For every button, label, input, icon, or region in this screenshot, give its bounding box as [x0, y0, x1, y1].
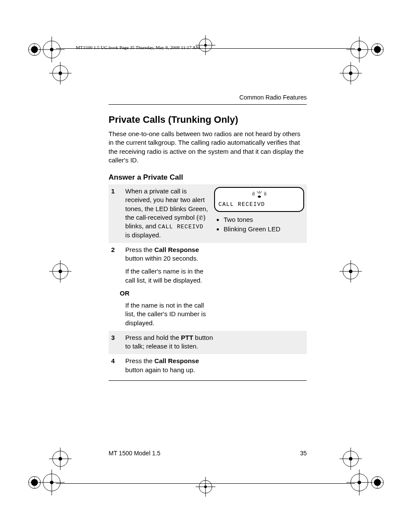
page-footer: MT 1500 Model 1.5 35 — [109, 450, 307, 457]
svg-point-36 — [343, 65, 358, 81]
steps-table: 1 When a private call is received, you h… — [109, 184, 307, 378]
svg-point-48 — [53, 451, 68, 467]
subsection-title: Answer a Private Call — [109, 173, 307, 182]
step-text: If the name is not in the call list, the… — [123, 299, 307, 331]
step-illustration: CALL RECEIVD Two tones Blinking Green LE… — [212, 184, 307, 243]
footer-page-number: 35 — [300, 450, 307, 457]
footer-model: MT 1500 Model 1.5 — [109, 450, 160, 457]
step-text: Press and hold the PTT button to talk; r… — [123, 331, 307, 355]
svg-point-19 — [31, 479, 38, 486]
step-number: 1 — [109, 184, 123, 243]
svg-point-39 — [349, 72, 352, 75]
or-label: OR — [109, 288, 307, 299]
registration-mark-icon — [338, 459, 385, 506]
text: button within 20 seconds. — [125, 255, 198, 262]
svg-point-40 — [53, 264, 68, 279]
svg-point-8 — [351, 41, 368, 58]
text: Press the — [125, 357, 155, 364]
registration-mark-icon — [26, 459, 73, 506]
svg-point-3 — [31, 46, 38, 53]
text: Press the — [125, 246, 155, 253]
registration-mark-icon — [338, 26, 385, 73]
bold-term: Call Response — [154, 246, 199, 253]
svg-point-23 — [50, 481, 53, 484]
svg-point-51 — [59, 457, 62, 460]
step-number: 2 — [109, 243, 123, 288]
svg-point-4 — [43, 41, 60, 58]
crosshair-icon — [195, 476, 216, 498]
svg-point-59 — [204, 44, 207, 47]
intro-paragraph: These one-to-one calls between two radio… — [109, 130, 307, 165]
text: When a private call is received, you hea… — [125, 187, 208, 221]
svg-point-7 — [50, 48, 53, 51]
svg-point-63 — [204, 485, 207, 488]
text: If the caller's name is in the call list… — [125, 268, 203, 283]
or-row: OR — [109, 288, 307, 299]
bold-term: Call Response — [154, 357, 199, 364]
svg-point-56 — [199, 39, 212, 52]
bold-term: PTT — [181, 334, 193, 341]
page: MT1500 1.5 UG.book Page 35 Thursday, May… — [0, 0, 411, 532]
crosshair-icon — [47, 258, 73, 284]
svg-line-65 — [257, 191, 258, 193]
svg-point-16 — [28, 476, 40, 488]
crosshair-icon — [47, 60, 73, 86]
registration-mark-icon — [26, 26, 73, 73]
svg-point-35 — [59, 72, 62, 75]
step-text: Press the Call Response button within 20… — [123, 243, 307, 288]
text: is displayed. — [125, 231, 161, 239]
step-text: When a private call is received, you hea… — [123, 184, 212, 243]
step-text: Press the Call Response button again to … — [123, 354, 307, 378]
svg-point-47 — [349, 270, 352, 273]
svg-point-43 — [59, 270, 62, 273]
svg-point-31 — [374, 479, 381, 486]
section-title: Private Calls (Trunking Only) — [109, 114, 307, 125]
list-item: Blinking Green LED — [224, 225, 304, 233]
svg-point-11 — [358, 48, 361, 51]
crosshair-icon — [47, 446, 73, 472]
call-received-icon: ✆ — [199, 215, 203, 221]
svg-point-20 — [43, 474, 60, 491]
text: Press and hold the — [125, 334, 181, 341]
running-header: Common Radio Features — [109, 94, 307, 101]
lcd-word: CALL RECEIVD — [158, 224, 204, 230]
indicator-list: Two tones Blinking Green LED — [216, 215, 304, 234]
step-number: 3 — [109, 331, 123, 355]
svg-point-55 — [349, 457, 352, 460]
step-row: 2 Press the Call Response button within … — [109, 243, 307, 288]
content-area: Common Radio Features Private Calls (Tru… — [109, 94, 307, 384]
ringing-phone-icon — [252, 190, 267, 199]
svg-point-24 — [351, 474, 368, 491]
divider — [109, 104, 307, 105]
svg-point-52 — [343, 451, 358, 467]
divider — [109, 380, 307, 381]
lcd-text: CALL RECEIVD — [218, 201, 265, 208]
step-row: 1 When a private call is received, you h… — [109, 184, 307, 243]
step-row: If the name is not in the call list, the… — [109, 299, 307, 331]
text: button again to hang up. — [125, 366, 195, 373]
svg-point-32 — [53, 65, 68, 81]
svg-point-28 — [371, 476, 383, 488]
crosshair-icon — [338, 446, 364, 472]
crosshair-icon — [338, 258, 364, 284]
book-meta-header: MT1500 1.5 UG.book Page 35 Thursday, May… — [76, 45, 200, 50]
svg-point-27 — [358, 481, 361, 484]
crosshair-icon — [338, 60, 364, 86]
svg-point-44 — [343, 264, 358, 279]
svg-point-12 — [371, 44, 383, 56]
svg-point-15 — [374, 46, 381, 53]
divider — [56, 483, 355, 484]
list-item: Two tones — [224, 215, 304, 224]
svg-point-0 — [28, 44, 40, 56]
step-number: 4 — [109, 354, 123, 378]
svg-point-60 — [199, 480, 212, 493]
step-row: 4 Press the Call Response button again t… — [109, 354, 307, 378]
text: If the name is not in the call list, the… — [125, 301, 214, 327]
lcd-panel: CALL RECEIVD — [214, 187, 304, 212]
svg-line-66 — [260, 191, 262, 193]
step-row: 3 Press and hold the PTT button to talk;… — [109, 331, 307, 355]
